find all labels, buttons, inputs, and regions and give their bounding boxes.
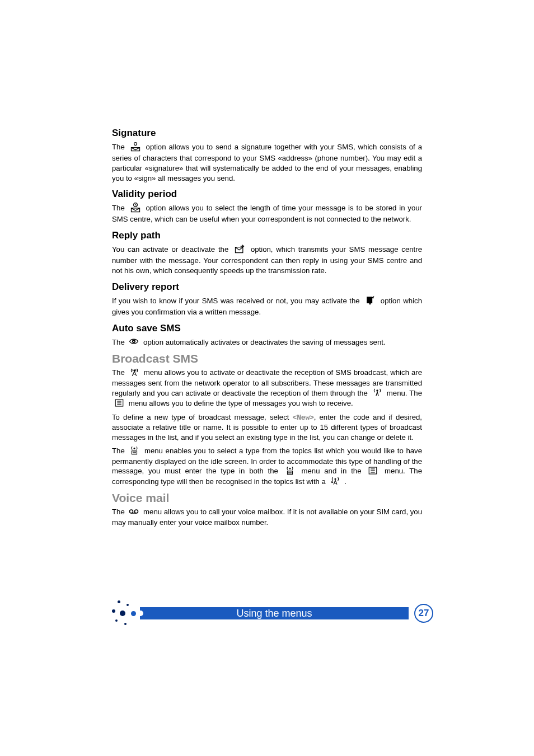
para-voicemail: The menu allows you to call your voice m… — [112, 507, 422, 527]
para-broadcast-1: The menu allows you to activate or deact… — [112, 368, 422, 408]
svg-point-24 — [135, 510, 138, 513]
heading-delivery: Delivery report — [112, 281, 422, 293]
footer-title-bar: Using the menus — [140, 607, 409, 619]
para-reply: You can activate or deactivate the optio… — [112, 245, 422, 276]
reply-envelope-icon — [234, 243, 245, 255]
footer-title: Using the menus — [236, 608, 312, 619]
text: The — [112, 368, 127, 377]
text: option allows you to select the length o… — [112, 204, 422, 224]
person-envelope-icon — [130, 141, 141, 152]
text: The — [112, 508, 127, 516]
text: To define a new type of broadcast messag… — [112, 413, 293, 421]
antenna-receive-icon — [372, 387, 382, 397]
para-broadcast-3: The menu enables you to select a type fr… — [112, 446, 422, 487]
eye-gear-icon — [129, 336, 139, 346]
text: menu allows you to define the type of me… — [127, 399, 353, 407]
antenna-display-icon — [129, 445, 139, 456]
clock-envelope-icon — [130, 202, 141, 213]
svg-point-3 — [133, 341, 134, 342]
heading-reply: Reply path — [112, 230, 422, 241]
para-validity: The option allows you to select the leng… — [112, 203, 422, 224]
svg-point-14 — [289, 468, 291, 469]
voicemail-icon — [129, 506, 139, 516]
text: The — [112, 143, 128, 151]
delivery-report-icon — [364, 295, 376, 306]
text: The — [112, 204, 128, 213]
svg-point-0 — [134, 143, 137, 145]
para-broadcast-2: To define a new type of broadcast messag… — [112, 412, 422, 443]
page-footer: Using the menus 27 — [110, 599, 433, 627]
text: . — [343, 477, 346, 486]
text: You can activate or deactivate the — [112, 246, 232, 254]
list-menu-icon — [368, 466, 378, 476]
heading-signature: Signature — [112, 128, 422, 139]
new-option-label: <New> — [293, 414, 314, 422]
text: The — [112, 338, 127, 346]
para-autosave: The option automatically activates or de… — [112, 337, 422, 348]
page-number: 27 — [419, 608, 429, 619]
svg-rect-15 — [287, 471, 292, 475]
svg-point-22 — [335, 478, 336, 480]
text: menu allows you to call your voice mailb… — [112, 508, 422, 527]
svg-rect-11 — [132, 450, 137, 454]
text: The — [112, 447, 127, 455]
footer-dots-icon — [110, 599, 138, 627]
para-delivery: If you wish to know if your SMS was rece… — [112, 296, 422, 317]
svg-point-23 — [130, 510, 133, 513]
text: option allows you to send a signature to… — [112, 143, 422, 182]
svg-point-10 — [134, 448, 135, 449]
antenna-broadcast-icon — [129, 367, 139, 377]
heading-broadcast: Broadcast SMS — [112, 352, 422, 365]
page-content: Signature The option allows you to send … — [0, 0, 534, 528]
list-menu-icon — [114, 398, 124, 408]
heading-autosave: Auto save SMS — [112, 323, 422, 334]
para-signature: The option allows you to send a signatur… — [112, 142, 422, 183]
text: If you wish to know if your SMS was rece… — [112, 297, 362, 305]
antenna-display-icon — [285, 466, 295, 476]
text: menu. The — [385, 389, 422, 397]
text: menu and in the — [297, 467, 366, 475]
heading-voicemail: Voice mail — [112, 491, 422, 505]
text: option automatically activates or deacti… — [141, 338, 385, 346]
page-number-badge: 27 — [414, 604, 433, 623]
heading-validity: Validity period — [112, 189, 422, 200]
antenna-mark-icon — [330, 476, 340, 486]
